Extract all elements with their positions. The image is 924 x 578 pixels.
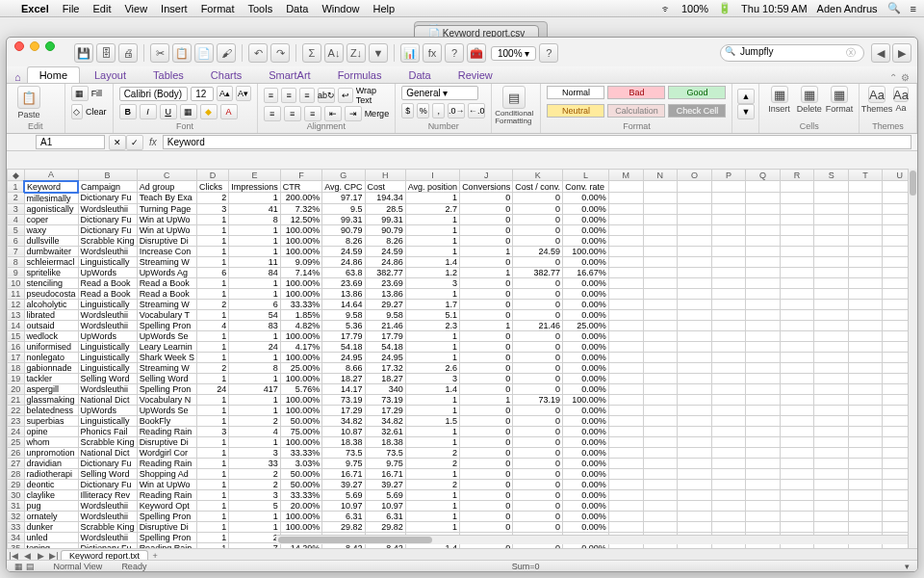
cell[interactable]: 0 <box>460 277 513 288</box>
ribbon-home-icon[interactable]: ⌂ <box>14 71 21 83</box>
cell[interactable]: 100.00% <box>280 277 321 288</box>
cell[interactable]: 0.00% <box>563 511 609 521</box>
cell[interactable]: 100.00% <box>563 246 609 256</box>
menu-format[interactable]: Format <box>201 3 235 14</box>
cell[interactable]: 0.00% <box>563 330 609 341</box>
cell[interactable]: 1 <box>196 309 228 320</box>
cell[interactable]: 1 <box>229 224 281 235</box>
cell[interactable]: 1 <box>405 468 459 479</box>
cell[interactable]: 73.19 <box>322 394 365 405</box>
cell[interactable]: Scrabble King <box>78 235 137 246</box>
cell[interactable]: Streaming W <box>137 362 196 373</box>
cell[interactable]: dunker <box>24 521 78 532</box>
column-header[interactable]: N <box>643 170 678 181</box>
cell[interactable]: radiotherapi <box>24 468 78 479</box>
cell[interactable]: 2 <box>229 532 281 542</box>
cell[interactable]: 2 <box>196 193 228 204</box>
cell[interactable]: Read a Book <box>137 277 196 288</box>
cell[interactable]: 0 <box>460 256 513 267</box>
cell[interactable]: Conversions <box>460 181 513 193</box>
insert-cells-button[interactable]: ▦Insert <box>766 86 793 114</box>
row-header[interactable]: 29 <box>8 479 25 489</box>
row-header[interactable]: 7 <box>8 246 25 256</box>
cell[interactable]: 0 <box>460 193 513 204</box>
column-header[interactable]: I <box>405 170 459 181</box>
cell[interactable]: 10.97 <box>322 500 365 511</box>
row-header[interactable]: 6 <box>8 235 25 246</box>
cell[interactable]: 33.33% <box>280 299 321 309</box>
find-prev-button[interactable]: ◀ <box>871 43 890 63</box>
sort-asc-button[interactable]: A↓ <box>324 43 344 63</box>
cell[interactable]: Dictionary Fu <box>78 224 137 235</box>
border-button[interactable]: ▦ <box>180 104 197 119</box>
cell[interactable]: 100.00% <box>280 352 321 362</box>
cell[interactable]: 0 <box>460 405 513 415</box>
cell[interactable]: 0.00% <box>563 235 609 246</box>
cell[interactable]: 382.77 <box>513 267 563 277</box>
select-all-corner[interactable]: ◆ <box>8 170 25 181</box>
cell[interactable]: 100.00% <box>280 246 321 256</box>
cell[interactable]: 1 <box>460 246 513 256</box>
cell[interactable]: 54 <box>229 309 281 320</box>
cell[interactable]: 0 <box>460 362 513 373</box>
cell[interactable]: 1.85% <box>280 309 321 320</box>
cell[interactable]: 1 <box>460 394 513 405</box>
cell[interactable]: 21.46 <box>365 320 405 330</box>
column-header[interactable]: G <box>322 170 365 181</box>
cell[interactable]: 100.00% <box>280 436 321 447</box>
cell[interactable]: 0 <box>513 405 563 415</box>
cell[interactable]: unpromotion <box>24 447 78 458</box>
sheet-nav-next[interactable]: ▶ <box>34 551 47 561</box>
percent-button[interactable]: % <box>417 103 429 118</box>
themes-button[interactable]: AaThemes <box>865 86 888 114</box>
cell[interactable]: 0.00% <box>563 479 609 489</box>
cell[interactable]: 1.2 <box>405 267 459 277</box>
formula-bar[interactable]: Keyword <box>163 135 911 149</box>
cell[interactable]: 1 <box>405 436 459 447</box>
cell[interactable]: 0.00% <box>563 203 609 214</box>
cell[interactable]: 1 <box>196 521 228 532</box>
cell[interactable]: spritelike <box>24 267 78 277</box>
cell[interactable]: 2.3 <box>405 320 459 330</box>
tab-smartart[interactable]: SmartArt <box>256 66 322 83</box>
cell[interactable]: 0 <box>513 383 563 394</box>
cell[interactable]: 1 <box>229 436 281 447</box>
wrap-text-button[interactable]: ↩ <box>338 88 353 103</box>
align-bottom[interactable]: ≡ <box>299 88 315 103</box>
grow-font-button[interactable]: A▴ <box>217 86 232 101</box>
row-header[interactable]: 2 <box>8 193 25 204</box>
cell[interactable]: 50.00% <box>280 415 321 426</box>
show-formulas-button[interactable]: fx <box>423 43 442 63</box>
cell[interactable]: 7.32% <box>280 203 321 214</box>
add-sheet-button[interactable]: + <box>148 551 162 561</box>
cell[interactable]: 0.00% <box>563 373 609 383</box>
battery-icon[interactable]: 🔋 <box>718 2 732 14</box>
cell[interactable]: 16.67% <box>563 267 609 277</box>
cell[interactable]: 0 <box>513 415 563 426</box>
cell[interactable]: Wordsleuthii <box>78 511 137 521</box>
row-header[interactable]: 26 <box>8 447 25 458</box>
cell[interactable]: 29.27 <box>365 299 405 309</box>
chart-button[interactable]: 📊 <box>400 43 420 63</box>
cell[interactable]: Teach By Exa <box>137 193 196 204</box>
cell[interactable]: 1 <box>196 277 228 288</box>
align-middle[interactable]: ≡ <box>281 88 296 103</box>
cell[interactable]: 3 <box>405 373 459 383</box>
orientation[interactable]: ab↻ <box>318 88 335 103</box>
cell[interactable]: 0 <box>513 436 563 447</box>
cell[interactable]: 90.79 <box>322 224 365 235</box>
cell[interactable]: 0 <box>460 458 513 468</box>
cell[interactable]: Cost <box>365 181 405 193</box>
menu-edit[interactable]: Edit <box>92 3 111 14</box>
cell[interactable]: Read a Book <box>78 277 137 288</box>
cell[interactable]: 18.27 <box>365 373 405 383</box>
cell[interactable]: 6 <box>229 299 281 309</box>
cell[interactable]: 12.50% <box>280 214 321 224</box>
row-header[interactable]: 4 <box>8 214 25 224</box>
cell[interactable]: 25.00% <box>563 320 609 330</box>
cell[interactable]: 1 <box>196 288 228 299</box>
conditional-formatting-button[interactable]: ▤Conditional Formatting <box>498 86 530 125</box>
row-header[interactable]: 25 <box>8 436 25 447</box>
cell[interactable]: 83 <box>229 320 281 330</box>
cell[interactable]: 1.4 <box>405 256 459 267</box>
